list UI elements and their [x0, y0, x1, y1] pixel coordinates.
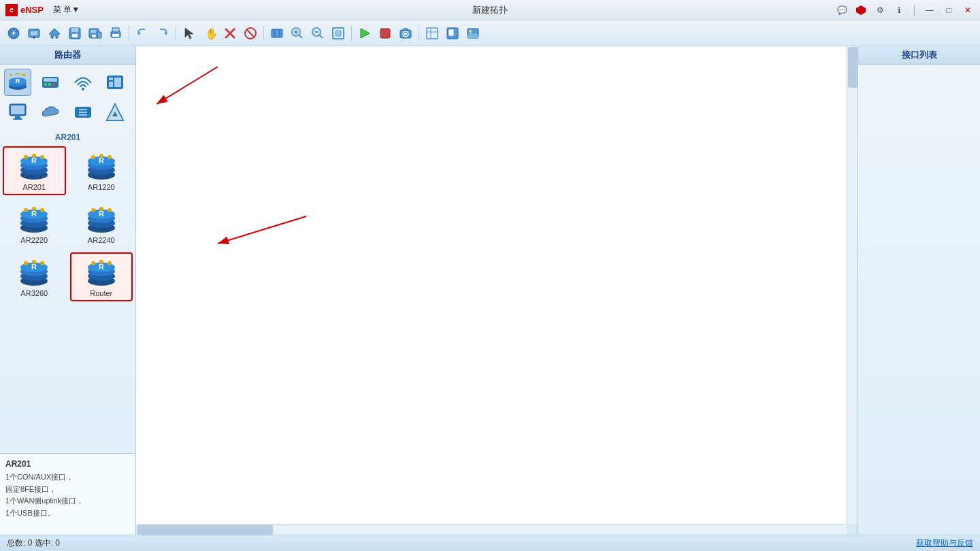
toolbar-sep-4 [351, 26, 352, 41]
info-button[interactable]: ℹ [892, 3, 906, 17]
svg-rect-36 [336, 31, 341, 36]
toolbar-capture[interactable] [396, 24, 415, 43]
device-type-wireless[interactable] [69, 69, 97, 96]
annotations [136, 46, 858, 535]
app-name: eNSP [20, 5, 44, 15]
device-item-router[interactable]: R Router [70, 252, 133, 301]
canvas-scrollbar-horizontal[interactable] [136, 524, 847, 535]
device-type-gateway[interactable] [69, 99, 97, 126]
svg-point-109 [91, 208, 95, 212]
scroll-thumb-vertical[interactable] [848, 47, 858, 88]
toolbar-fit[interactable] [329, 24, 348, 43]
svg-point-94 [99, 154, 103, 158]
svg-point-125 [91, 261, 95, 265]
toolbar-redo[interactable] [153, 24, 172, 43]
toolbar-zoom-out[interactable] [308, 24, 327, 43]
device-type-more[interactable] [101, 99, 129, 126]
svg-point-126 [99, 260, 103, 264]
toolbar-topo[interactable] [423, 24, 442, 43]
toolbar-sep-3 [263, 26, 264, 41]
svg-rect-43 [427, 28, 438, 39]
app-logo-icon: e [5, 4, 18, 16]
toolbar-start[interactable] [355, 24, 374, 43]
canvas-scrollbar-vertical[interactable] [847, 46, 858, 524]
toolbar-delete[interactable] [220, 24, 240, 43]
svg-rect-13 [97, 32, 101, 38]
toolbar-save[interactable] [65, 24, 84, 43]
toolbar-zoom-in[interactable] [288, 24, 307, 43]
device-item-ar2220[interactable]: R AR2220 [3, 199, 66, 248]
canvas-area[interactable] [136, 46, 858, 535]
device-type-pc[interactable] [4, 99, 31, 126]
device-type-switch[interactable] [37, 69, 64, 96]
svg-marker-6 [49, 29, 60, 38]
svg-line-130 [157, 67, 218, 104]
svg-rect-15 [112, 28, 119, 32]
chat-button[interactable]: 💬 [835, 3, 849, 17]
svg-rect-16 [112, 34, 119, 37]
device-item-ar2240-label: AR2240 [88, 236, 115, 244]
menu-button[interactable]: 菜 单▼ [48, 3, 85, 17]
title-bar: e eNSP 菜 单▼ 新建拓扑 💬 ⚙ ℹ — □ ✕ [0, 0, 980, 20]
svg-rect-65 [109, 78, 113, 80]
toolbar-sep-5 [419, 26, 419, 41]
svg-point-110 [99, 207, 103, 211]
toolbar-stop[interactable] [376, 24, 395, 43]
svg-rect-9 [72, 34, 78, 37]
toolbar-forbidden[interactable] [241, 24, 260, 43]
svg-rect-67 [109, 82, 113, 87]
svg-marker-19 [185, 28, 193, 39]
svg-point-50 [469, 30, 472, 33]
svg-point-118 [32, 260, 36, 264]
maximize-button[interactable]: □ [942, 3, 956, 17]
minimize-button[interactable]: — [923, 3, 936, 17]
huawei-button[interactable] [854, 3, 868, 17]
toolbar-interface[interactable] [267, 24, 287, 43]
svg-rect-12 [92, 35, 96, 37]
toolbar-pan[interactable]: ✋ [200, 24, 219, 43]
svg-rect-66 [114, 78, 121, 87]
toolbar-image[interactable] [463, 24, 483, 43]
device-item-ar3260[interactable]: R AR3260 [3, 252, 66, 301]
svg-rect-70 [15, 116, 20, 118]
device-item-ar201[interactable]: R AR201 [3, 146, 66, 195]
description-title: AR201 [5, 459, 130, 469]
toolbar-new[interactable]: + [4, 24, 23, 43]
settings-button[interactable]: ⚙ [873, 3, 887, 17]
svg-point-95 [108, 155, 112, 159]
toolbar-select[interactable] [180, 24, 199, 43]
left-sidebar: 路由器 R [0, 46, 136, 535]
svg-text:R: R [16, 78, 20, 84]
device-type-security[interactable] [101, 69, 129, 96]
device-item-ar2240[interactable]: R AR2240 [70, 199, 133, 248]
svg-point-93 [91, 155, 95, 159]
toolbar-export[interactable] [443, 24, 462, 43]
device-item-ar3260-label: AR3260 [20, 289, 48, 297]
svg-point-41 [404, 33, 407, 35]
svg-point-85 [24, 155, 28, 159]
svg-point-63 [82, 88, 84, 90]
device-item-ar201-label: AR201 [22, 183, 46, 191]
toolbar-undo[interactable] [133, 24, 152, 43]
svg-marker-55 [14, 73, 22, 76]
help-feedback-link[interactable]: 获取帮助与反馈 [916, 537, 973, 549]
title-bar-controls: 💬 ⚙ ℹ — □ ✕ [835, 3, 975, 17]
scroll-thumb-horizontal[interactable] [137, 525, 273, 535]
window-title: 新建拓扑 [472, 4, 508, 16]
device-items-grid: R AR201 R [3, 146, 133, 301]
device-item-ar1220[interactable]: R AR1220 [70, 146, 133, 195]
toolbar: + ✋ [0, 20, 980, 46]
device-type-cloud[interactable] [37, 99, 64, 126]
close-button[interactable]: ✕ [961, 3, 975, 17]
svg-text:✋: ✋ [205, 27, 216, 40]
scroll-corner [847, 524, 858, 535]
toolbar-home[interactable] [45, 24, 64, 43]
toolbar-save-as[interactable] [86, 24, 105, 43]
device-item-ar2220-label: AR2220 [20, 236, 48, 244]
svg-point-111 [108, 208, 112, 212]
svg-rect-61 [48, 83, 51, 86]
svg-rect-71 [13, 118, 22, 120]
device-type-router[interactable]: R [4, 69, 31, 96]
toolbar-open-device[interactable] [24, 24, 44, 43]
toolbar-print[interactable] [106, 24, 125, 43]
